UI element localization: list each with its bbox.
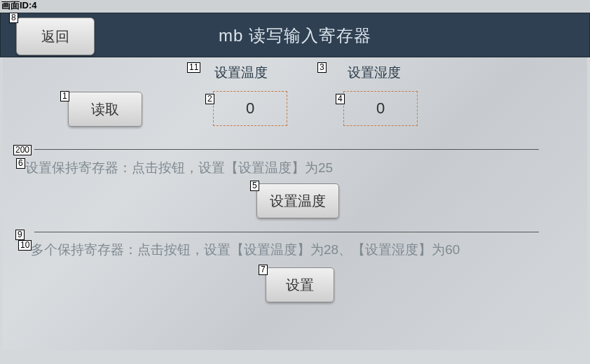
- set-button[interactable]: 设置: [266, 267, 334, 302]
- instruction-2: 多个保持寄存器：点击按钮，设置【设置温度】为28、【设置湿度】为60: [31, 241, 460, 259]
- instruction-1: 设置保持寄存器：点击按钮，设置【设置温度】为25: [25, 159, 333, 177]
- header-bar: 8 返回 mb 读写输入寄存器: [0, 13, 590, 57]
- temp-value-box[interactable]: 0: [213, 91, 287, 126]
- tag-7: 7: [259, 265, 268, 275]
- tag-2: 2: [205, 94, 214, 104]
- tag-200: 200: [13, 145, 32, 155]
- page-id-strip: 画面ID:4: [0, 0, 590, 13]
- tag-4: 4: [336, 94, 345, 104]
- tag-5: 5: [250, 181, 259, 191]
- label-set-temp: 设置温度: [214, 64, 268, 82]
- tag-10: 10: [18, 240, 32, 251]
- tag-11: 11: [187, 62, 200, 73]
- divider-2: [34, 232, 539, 232]
- tag-1: 1: [60, 91, 69, 102]
- tag-8: 8: [9, 13, 18, 23]
- read-button[interactable]: 读取: [68, 92, 142, 127]
- humid-value-box[interactable]: 0: [343, 91, 418, 126]
- tag-9: 9: [15, 230, 25, 240]
- tag-3: 3: [317, 62, 327, 73]
- tag-6: 6: [16, 158, 25, 169]
- divider-1: [34, 149, 539, 150]
- content-area: 11 设置温度 3 设置湿度 1 读取 2 0 4 0 200 6 设置保持寄存…: [3, 57, 587, 350]
- back-button[interactable]: 返回: [16, 18, 95, 55]
- set-temp-button[interactable]: 设置温度: [256, 183, 339, 218]
- label-set-humid: 设置湿度: [348, 64, 401, 82]
